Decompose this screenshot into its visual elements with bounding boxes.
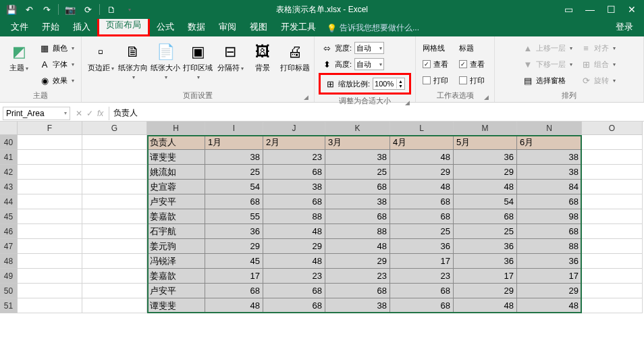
cell[interactable] [82,150,147,165]
cell[interactable]: 48 [263,254,325,269]
cell[interactable]: 36 [454,150,517,165]
headings-view-check[interactable]: ✓查看 [456,57,490,72]
column-header-F[interactable]: F [18,122,82,135]
cell[interactable]: 3月 [325,135,390,150]
cell[interactable]: 54 [205,180,263,194]
cell[interactable] [82,254,147,269]
cell[interactable] [82,284,147,298]
pagesetup-dialog-icon[interactable]: ◢ [304,94,308,101]
cell[interactable]: 68 [390,209,454,224]
cell[interactable] [582,254,643,269]
rotate-button[interactable]: ⟳旋转 [578,73,618,88]
row-header-47[interactable]: 47 [0,239,18,254]
cell[interactable]: 卢安平 [147,284,205,298]
cell[interactable] [18,209,82,224]
cell[interactable]: 38 [263,180,325,194]
tab-developer[interactable]: 开发工具 [274,18,323,36]
cell[interactable] [582,298,643,313]
cell[interactable] [82,165,147,180]
tab-insert[interactable]: 插入 [66,18,97,36]
row-header-42[interactable]: 42 [0,165,18,180]
cell[interactable]: 冯锐泽 [147,254,205,269]
cell[interactable] [582,135,643,150]
orientation-button[interactable]: 🗎纸张方向 [118,39,148,81]
cell[interactable]: 史宣蓉 [147,180,205,194]
formula-input[interactable]: 负责人 [109,107,644,120]
cell[interactable]: 98 [517,209,582,224]
enter-formula-icon[interactable]: ✓ [86,109,93,118]
width-combo[interactable]: 自动 [354,42,384,54]
cell[interactable] [582,194,643,209]
themes-button[interactable]: ◩ 主题 [4,39,34,72]
cell[interactable]: 68 [263,165,325,180]
cell[interactable] [582,209,643,224]
name-box[interactable]: Print_Area [3,107,70,120]
fx-icon[interactable]: fx [97,109,103,118]
cell[interactable]: 68 [325,180,390,194]
cell[interactable] [18,284,82,298]
cell[interactable]: 2月 [263,135,325,150]
cell[interactable] [18,224,82,239]
tab-home[interactable]: 开始 [35,18,66,36]
cell[interactable]: 23 [390,269,454,284]
selection-pane-button[interactable]: ▤选择窗格 [520,73,575,88]
cell[interactable]: 48 [517,298,582,313]
scale-spinner[interactable]: 100%▲▼ [373,78,405,90]
cell[interactable]: 谭斐斐 [147,150,205,165]
cell[interactable]: 23 [325,269,390,284]
cell[interactable] [82,180,147,194]
cell[interactable] [18,239,82,254]
cell[interactable]: 36 [454,239,517,254]
spreadsheet-grid[interactable]: FGHIJKLMNO 404142434445464748495051 负责人1… [0,122,644,328]
cell[interactable] [82,298,147,313]
row-header-51[interactable]: 51 [0,298,18,313]
theme-fonts-button[interactable]: A字体 [36,57,77,72]
close-icon[interactable]: ✕ [628,4,636,15]
cell[interactable]: 36 [390,239,454,254]
headings-print-check[interactable]: 打印 [456,73,490,88]
cell[interactable] [582,224,643,239]
align-button[interactable]: ≡对齐 [578,41,618,55]
cell[interactable] [82,224,147,239]
cell[interactable]: 姜嘉歆 [147,269,205,284]
cell[interactable]: 6月 [517,135,582,150]
tell-me[interactable]: 💡 告诉我您想要做什么... [327,22,419,36]
minimize-icon[interactable]: — [585,4,595,15]
gridlines-print-check[interactable]: 打印 [420,73,454,88]
cell[interactable] [82,239,147,254]
send-backward-button[interactable]: ▼下移一层 [520,57,575,72]
cell[interactable]: 36 [517,254,582,269]
cell[interactable]: 48 [325,239,390,254]
height-combo[interactable]: 自动 [354,58,384,70]
cell[interactable] [582,284,643,298]
cell[interactable]: 48 [454,298,517,313]
tab-view[interactable]: 视图 [243,18,274,36]
cell[interactable] [18,298,82,313]
cell[interactable]: 48 [263,224,325,239]
cell[interactable]: 25 [325,165,390,180]
cell[interactable] [582,180,643,194]
margins-button[interactable]: ▫页边距 [86,39,115,72]
row-header-49[interactable]: 49 [0,269,18,284]
tab-file[interactable]: 文件 [4,18,35,36]
cell[interactable] [82,209,147,224]
cell[interactable]: 38 [325,150,390,165]
cell[interactable]: 38 [325,194,390,209]
print-area-button[interactable]: ▣打印区域 [183,39,213,81]
row-header-50[interactable]: 50 [0,284,18,298]
cell[interactable]: 48 [205,298,263,313]
sheetopts-dialog-icon[interactable]: ◢ [484,94,489,101]
cell[interactable] [582,269,643,284]
scale-dialog-icon[interactable]: ◢ [405,99,410,106]
cell[interactable]: 38 [205,150,263,165]
cell[interactable]: 姚流如 [147,165,205,180]
cell[interactable]: 68 [205,194,263,209]
gridlines-view-check[interactable]: ✓查看 [420,57,454,72]
column-header-G[interactable]: G [82,122,147,135]
cell[interactable]: 68 [454,209,517,224]
cell[interactable]: 25 [454,224,517,239]
row-header-41[interactable]: 41 [0,150,18,165]
column-header-L[interactable]: L [390,122,454,135]
background-button[interactable]: 🖼背景 [248,39,277,72]
cell[interactable]: 68 [390,298,454,313]
